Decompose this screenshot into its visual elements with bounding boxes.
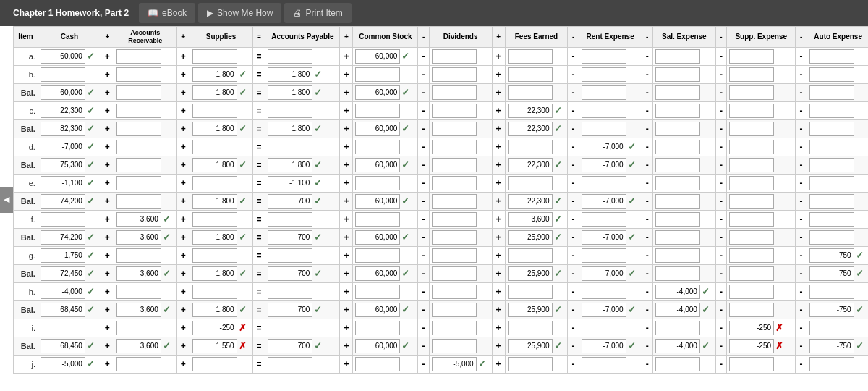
cell-input[interactable] <box>809 339 854 353</box>
cell-input[interactable] <box>508 212 553 227</box>
tab-show-me-how[interactable]: ▶ Show Me How <box>198 3 281 23</box>
cell-input[interactable] <box>41 266 85 281</box>
cell-input[interactable] <box>355 339 400 353</box>
cell-input[interactable] <box>41 176 85 190</box>
cell-input[interactable] <box>355 303 400 317</box>
cell-input[interactable] <box>655 285 700 299</box>
cell-input[interactable] <box>655 339 700 353</box>
cell-input[interactable] <box>41 85 85 100</box>
cell-input[interactable] <box>268 303 312 317</box>
left-arrow-button[interactable]: ◀ <box>0 187 13 213</box>
cell-input[interactable] <box>355 230 400 245</box>
cell-input[interactable] <box>41 248 85 263</box>
cell-input[interactable] <box>582 158 626 172</box>
cell-input[interactable] <box>192 266 237 281</box>
cell-input[interactable] <box>355 194 400 209</box>
cell-input[interactable] <box>508 266 553 281</box>
cell-input[interactable] <box>582 194 626 209</box>
cell-input[interactable] <box>508 104 553 118</box>
cell-input[interactable] <box>508 339 553 353</box>
check-mark: ✓ <box>856 268 864 279</box>
cell-input[interactable] <box>41 194 85 209</box>
cell-input[interactable] <box>192 67 237 82</box>
cell-input[interactable] <box>809 248 854 263</box>
cell-input[interactable] <box>508 303 553 317</box>
cell-input[interactable] <box>116 303 161 317</box>
cell-input[interactable] <box>116 266 161 281</box>
cell-input[interactable] <box>268 230 312 245</box>
cell-input[interactable] <box>268 339 312 353</box>
cell-input[interactable] <box>41 104 85 118</box>
cell-input[interactable] <box>355 49 400 64</box>
cell-input[interactable] <box>192 85 237 100</box>
operator-cell: + <box>340 264 353 282</box>
cell-input[interactable] <box>192 321 237 335</box>
cell-input[interactable] <box>508 122 553 136</box>
cell-input[interactable] <box>355 122 400 136</box>
check-mark: ✓ <box>239 196 247 206</box>
cell-input[interactable] <box>41 285 85 299</box>
cell-input[interactable] <box>355 85 400 100</box>
cell-input[interactable] <box>809 303 854 317</box>
tab-show-me-how-label: Show Me How <box>217 8 273 18</box>
cell-input[interactable] <box>355 266 400 281</box>
cell-input[interactable] <box>192 339 237 353</box>
cell-input[interactable] <box>192 122 237 136</box>
cell-input[interactable] <box>192 158 237 172</box>
cell-input[interactable] <box>268 67 312 82</box>
table-row: a.✓++=+✓-+----- <box>14 47 869 65</box>
cell-input[interactable] <box>809 266 854 281</box>
cell-input[interactable] <box>116 212 161 227</box>
cell-input[interactable] <box>355 158 400 172</box>
cell-input[interactable] <box>192 230 237 245</box>
cell-input[interactable] <box>116 230 161 245</box>
cell-input[interactable] <box>41 303 85 317</box>
cell-input[interactable] <box>41 140 85 154</box>
cell-input[interactable] <box>508 230 553 245</box>
operator-cell: + <box>176 355 190 373</box>
cell-input[interactable] <box>268 85 312 100</box>
cell-input[interactable] <box>729 321 774 335</box>
cell-input[interactable] <box>41 158 85 172</box>
cell-input[interactable] <box>41 230 85 245</box>
cell-input[interactable] <box>41 339 85 353</box>
check-mark: ✓ <box>554 340 562 351</box>
cell-input[interactable] <box>582 339 626 353</box>
operator-cell: + <box>340 355 353 373</box>
row-label: a. <box>14 47 38 65</box>
row-label: Bal. <box>14 264 38 282</box>
cell-input[interactable] <box>268 158 312 172</box>
operator-cell: + <box>340 119 353 138</box>
operator-cell: - <box>796 228 807 246</box>
cell-input[interactable] <box>41 49 85 64</box>
cell-input[interactable] <box>582 266 626 281</box>
table-header: Item Cash + AccountsReceivable + Supplie… <box>14 27 869 48</box>
cell-input[interactable] <box>268 194 312 209</box>
operator-cell: - <box>715 192 726 210</box>
operator-cell: + <box>492 210 505 228</box>
cell-input[interactable] <box>729 339 774 353</box>
check-mark: ✓ <box>554 214 562 224</box>
row-label: j. <box>14 355 38 373</box>
cell-input[interactable] <box>582 140 626 154</box>
top-bar: Chapter 1 Homework, Part 2 📖 eBook ▶ Sho… <box>0 0 868 26</box>
cell-input[interactable] <box>41 122 85 136</box>
tab-ebook[interactable]: 📖 eBook <box>139 3 195 23</box>
cell-input[interactable] <box>192 194 237 209</box>
operator-cell: = <box>252 246 265 264</box>
cell-input[interactable] <box>508 158 553 172</box>
operator-cell: - <box>715 282 726 300</box>
cell-input[interactable] <box>268 176 312 190</box>
cell-input[interactable] <box>192 303 237 317</box>
cell-input[interactable] <box>582 303 626 317</box>
cell-input[interactable] <box>508 194 553 209</box>
cell-input[interactable] <box>655 303 700 317</box>
tab-print-item[interactable]: 🖨 Print Item <box>284 3 351 23</box>
cell-input[interactable] <box>41 357 85 371</box>
cell-input[interactable] <box>582 230 626 245</box>
cell-input[interactable] <box>116 339 161 353</box>
cell-input[interactable] <box>432 357 477 371</box>
cell-input[interactable] <box>268 122 312 136</box>
operator-cell: - <box>715 264 726 282</box>
cell-input[interactable] <box>268 266 312 281</box>
